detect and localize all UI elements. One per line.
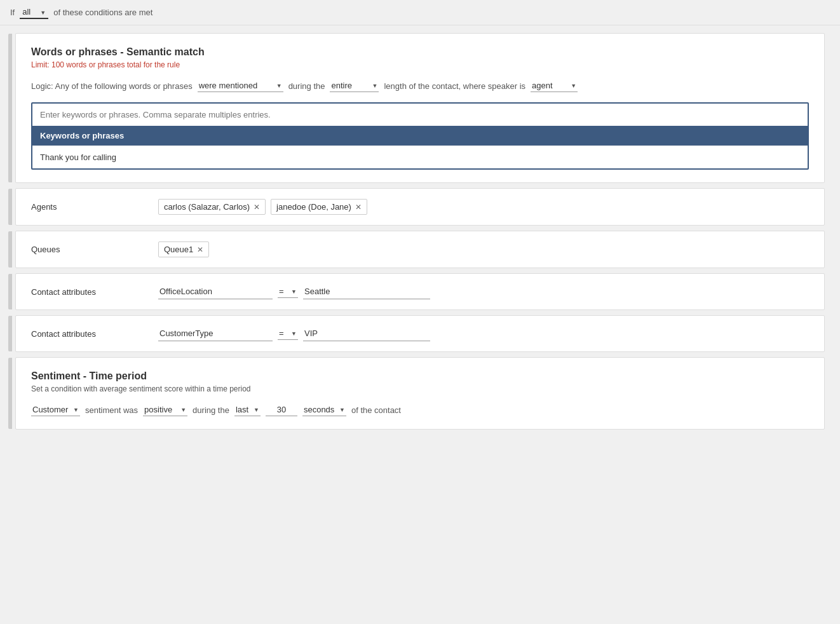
sentiment-was-label: sentiment was bbox=[85, 405, 138, 415]
contact-attr2-operator-wrapper[interactable]: = != > < bbox=[278, 327, 298, 340]
mentioned-select[interactable]: were mentioned were not mentioned bbox=[198, 79, 283, 92]
section-subtitle: Limit: 100 words or phrases total for th… bbox=[31, 60, 809, 69]
sentiment-title: Sentiment - Time period bbox=[31, 370, 809, 382]
sentiment-row: Customer Agent Both sentiment was positi… bbox=[31, 404, 809, 416]
mentioned-select-wrapper[interactable]: were mentioned were not mentioned bbox=[198, 79, 283, 92]
contact-attr1-label: Contact attributes bbox=[31, 287, 158, 297]
agent-janedoe-name: janedoe (Doe, Jane) bbox=[276, 202, 351, 212]
queue1-name: Queue1 bbox=[164, 245, 193, 254]
contact-attr2-section: Contact attributes = != > < bbox=[15, 315, 825, 352]
queue1-remove[interactable]: ✕ bbox=[197, 246, 203, 254]
contact-attr1-value-input[interactable] bbox=[303, 284, 430, 299]
contact-attr2-key-input[interactable] bbox=[158, 326, 273, 341]
queues-value-area: Queue1 ✕ bbox=[158, 241, 809, 257]
last-select[interactable]: last first bbox=[234, 404, 261, 416]
all-select[interactable]: all any bbox=[20, 6, 48, 19]
logic-row: Logic: Any of the following words or phr… bbox=[31, 79, 809, 92]
of-the-contact-label: of the contact bbox=[351, 405, 401, 415]
agents-label: Agents bbox=[31, 202, 158, 212]
time-number-input[interactable] bbox=[266, 404, 297, 416]
keyword-row: Thank you for calling bbox=[32, 146, 808, 168]
keyword-input-area: Keywords or phrases Thank you for callin… bbox=[31, 102, 809, 170]
keyword-input[interactable] bbox=[32, 104, 808, 126]
agents-section: Agents carlos (Salazar, Carlos) ✕ janedo… bbox=[15, 188, 825, 226]
section-title: Words or phrases - Semantic match bbox=[31, 46, 809, 58]
agent-tag-janedoe: janedoe (Doe, Jane) ✕ bbox=[271, 199, 367, 215]
positive-select[interactable]: positive negative neutral bbox=[143, 404, 187, 416]
agents-value-area: carlos (Salazar, Carlos) ✕ janedoe (Doe,… bbox=[158, 199, 809, 215]
sentiment-subtitle: Set a condition with average sentiment s… bbox=[31, 384, 809, 393]
contact-attr1-value-area: = != > < bbox=[158, 284, 809, 299]
contact-attr1-key-input[interactable] bbox=[158, 284, 273, 299]
keyword-table-header: Keywords or phrases bbox=[32, 126, 808, 146]
during-the-label: during the bbox=[288, 81, 325, 91]
contact-attr2-value-area: = != > < bbox=[158, 326, 809, 341]
logic-label: Logic: Any of the following words or phr… bbox=[31, 81, 193, 91]
entire-select[interactable]: entire beginning end bbox=[330, 79, 379, 92]
keyword-table-body: Thank you for calling bbox=[32, 146, 808, 168]
queues-label: Queues bbox=[31, 245, 158, 254]
positive-select-wrapper[interactable]: positive negative neutral bbox=[143, 404, 187, 416]
page-wrapper: If all any of these conditions are met W… bbox=[0, 0, 840, 624]
agent-carlos-name: carlos (Salazar, Carlos) bbox=[164, 202, 250, 212]
contact-attr1-section: Contact attributes = != > < bbox=[15, 273, 825, 310]
queues-section: Queues Queue1 ✕ bbox=[15, 231, 825, 268]
agent-select[interactable]: agent customer both bbox=[531, 79, 578, 92]
words-phrases-section: Words or phrases - Semantic match Limit:… bbox=[15, 33, 825, 183]
main-content: Words or phrases - Semantic match Limit:… bbox=[0, 25, 840, 437]
all-select-wrapper[interactable]: all any bbox=[20, 6, 48, 19]
seconds-select-wrapper[interactable]: seconds minutes bbox=[302, 404, 346, 416]
agent-janedoe-remove[interactable]: ✕ bbox=[355, 203, 362, 211]
sentiment-during-label: during the bbox=[193, 405, 229, 415]
agent-select-wrapper[interactable]: agent customer both bbox=[531, 79, 578, 92]
last-select-wrapper[interactable]: last first bbox=[234, 404, 261, 416]
contact-attr2-label: Contact attributes bbox=[31, 329, 158, 339]
agent-tag-carlos: carlos (Salazar, Carlos) ✕ bbox=[158, 199, 266, 215]
conditions-text: of these conditions are met bbox=[53, 8, 152, 17]
contact-attr2-value-input[interactable] bbox=[303, 326, 430, 341]
contact-attr2-operator-select[interactable]: = != > < bbox=[278, 327, 298, 340]
agent-carlos-remove[interactable]: ✕ bbox=[254, 203, 260, 211]
entire-select-wrapper[interactable]: entire beginning end bbox=[330, 79, 379, 92]
top-bar: If all any of these conditions are met bbox=[0, 0, 840, 25]
queue-tag-queue1: Queue1 ✕ bbox=[158, 241, 209, 257]
contact-attr1-operator-wrapper[interactable]: = != > < bbox=[278, 285, 298, 298]
speaker-select[interactable]: Customer Agent Both bbox=[31, 404, 80, 416]
contact-attr1-operator-select[interactable]: = != > < bbox=[278, 285, 298, 298]
words-phrases-padding: Words or phrases - Semantic match Limit:… bbox=[16, 34, 824, 182]
if-label: If bbox=[10, 8, 15, 17]
seconds-select[interactable]: seconds minutes bbox=[302, 404, 346, 416]
length-label: length of the contact, where speaker is bbox=[384, 81, 525, 91]
sentiment-section: Sentiment - Time period Set a condition … bbox=[15, 357, 825, 430]
speaker-select-wrapper[interactable]: Customer Agent Both bbox=[31, 404, 80, 416]
